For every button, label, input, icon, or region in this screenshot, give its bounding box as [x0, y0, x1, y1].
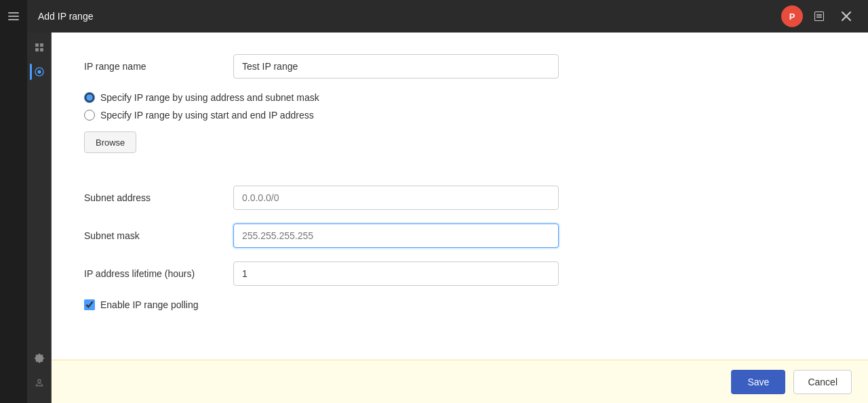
topbar: Add IP range P — [27, 0, 868, 33]
dialog-content: IP range name Specify IP range by using … — [52, 33, 868, 360]
nav-item-network[interactable] — [30, 62, 49, 81]
ip-lifetime-input[interactable] — [233, 261, 559, 286]
subnet-address-row: Subnet address — [84, 186, 835, 210]
ip-range-name-label: IP range name — [84, 61, 233, 72]
nav-item-home[interactable] — [30, 38, 49, 57]
save-button[interactable]: Save — [731, 370, 785, 394]
radio-row-1: Specify IP range by using address and su… — [84, 92, 835, 103]
svg-rect-6 — [40, 48, 43, 51]
sidebar — [0, 0, 27, 403]
browse-row: Browse — [84, 131, 835, 169]
subnet-address-input[interactable] — [233, 186, 559, 210]
enable-polling-checkbox[interactable] — [84, 299, 95, 310]
subnet-mask-input[interactable] — [233, 224, 559, 248]
ip-range-name-row: IP range name — [84, 54, 835, 79]
nav-bottom — [30, 349, 49, 398]
radio-subnet-mask[interactable] — [84, 92, 95, 103]
nav-item-settings[interactable] — [30, 349, 49, 368]
close-icon-button[interactable] — [835, 5, 857, 27]
subnet-mask-label: Subnet mask — [84, 230, 233, 241]
svg-rect-4 — [40, 43, 43, 47]
ip-lifetime-row: IP address lifetime (hours) — [84, 261, 835, 286]
dialog-title: Add IP range — [38, 11, 93, 22]
radio-subnet-mask-label[interactable]: Specify IP range by using address and su… — [100, 92, 319, 103]
nav-item-user[interactable] — [30, 373, 49, 392]
dialog-footer: Save Cancel — [52, 360, 868, 403]
radio-group: Specify IP range by using address and su… — [84, 92, 835, 121]
book-icon-button[interactable] — [808, 5, 830, 27]
dialog: IP range name Specify IP range by using … — [52, 33, 868, 403]
radio-start-end-label[interactable]: Specify IP range by using start and end … — [100, 110, 314, 121]
cancel-button[interactable]: Cancel — [793, 370, 852, 394]
svg-rect-2 — [8, 19, 19, 20]
ip-range-name-input[interactable] — [233, 54, 559, 79]
svg-point-7 — [37, 70, 41, 73]
svg-rect-3 — [35, 43, 39, 47]
topbar-actions: P — [781, 5, 857, 27]
ip-lifetime-label: IP address lifetime (hours) — [84, 268, 233, 279]
user-avatar-button[interactable]: P — [781, 5, 803, 27]
svg-rect-5 — [35, 48, 39, 51]
svg-rect-1 — [8, 16, 19, 17]
enable-polling-label[interactable]: Enable IP range polling — [100, 299, 199, 310]
browse-button[interactable]: Browse — [84, 131, 136, 153]
nav-panel — [27, 33, 52, 403]
enable-polling-row: Enable IP range polling — [84, 299, 835, 310]
subnet-mask-row: Subnet mask — [84, 224, 835, 248]
dialog-overlay: IP range name Specify IP range by using … — [52, 33, 868, 403]
main-area: Add IP range P — [27, 0, 868, 403]
radio-start-end[interactable] — [84, 110, 95, 121]
svg-rect-0 — [8, 12, 19, 14]
radio-row-2: Specify IP range by using start and end … — [84, 110, 835, 121]
sidebar-menu-icon[interactable] — [3, 5, 24, 27]
subnet-address-label: Subnet address — [84, 192, 233, 203]
